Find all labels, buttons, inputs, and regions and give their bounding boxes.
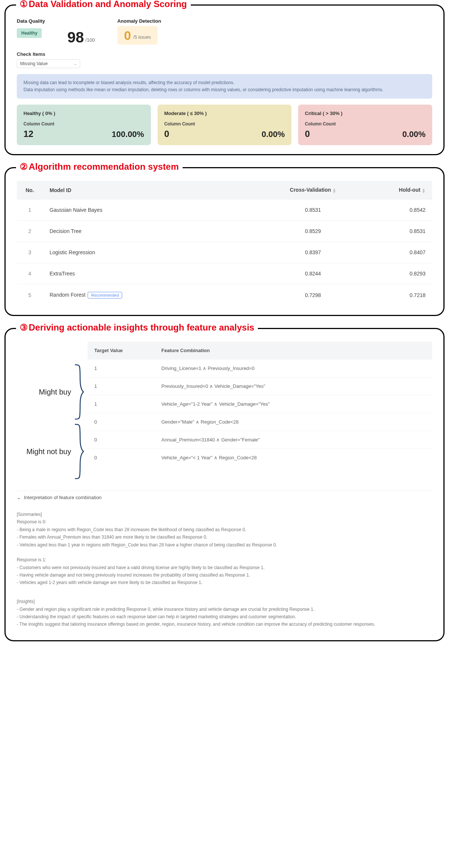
- bracket-icon: [73, 424, 84, 479]
- label-might-not-buy: Might not buy: [26, 447, 71, 456]
- table-row[interactable]: 2Decision Tree0.85290.8531: [17, 220, 432, 242]
- check-items-label: Check Items: [17, 51, 432, 57]
- r0-line: - Vehicles aged less than 1 year in regi…: [17, 541, 432, 549]
- table-row[interactable]: 3Logistic Regression0.83970.8407: [17, 242, 432, 263]
- interpretation-body: [Summaries] Response is 0: - Being a mal…: [17, 504, 432, 631]
- cell-cv: 0.8531: [268, 199, 358, 220]
- table-row[interactable]: 1Driving_License=1 ∧ Previously_Insured=…: [88, 359, 432, 377]
- insight-line: - The insights suggest that tailoring in…: [17, 620, 432, 628]
- r0-line: - Females with Annual_Premium less than …: [17, 533, 432, 541]
- r1-line: - Having vehicle damage and not being pr…: [17, 571, 432, 579]
- card-moderate-sub: Column Count: [164, 121, 285, 127]
- table-row[interactable]: 5Random ForestRecommended0.72980.7218: [17, 284, 432, 306]
- col-target-value[interactable]: Target Value: [88, 342, 155, 360]
- cell-model: Gaussian Naive Bayes: [43, 199, 268, 220]
- cell-cv: 0.8529: [268, 220, 358, 242]
- table-row[interactable]: 1Vehicle_Age="1-2 Year" ∧ Vehicle_Damage…: [88, 395, 432, 413]
- panel-data-validation: ① Data Validation and Anomaly Scoring Da…: [4, 4, 445, 155]
- cell-model: Logistic Regression: [43, 242, 268, 263]
- data-quality-block: Data Quality Healthy: [17, 18, 45, 45]
- cell-cv: 0.7298: [268, 284, 358, 306]
- card-critical-sub: Column Count: [305, 121, 426, 127]
- banner-line2: Data imputation using methods like mean …: [23, 86, 426, 93]
- panel1-num-icon: ①: [20, 0, 28, 9]
- cell-target: 1: [88, 377, 155, 395]
- cell-cv: 0.8244: [268, 263, 358, 284]
- table-row[interactable]: 1Previously_Insured=0 ∧ Vehicle_Damage="…: [88, 377, 432, 395]
- card-critical: Critical ( > 30% ) Column Count 0 0.00%: [298, 105, 432, 145]
- insights-header: [Insights]: [17, 598, 432, 605]
- feature-table: Target Value Feature Combination 1Drivin…: [88, 342, 432, 466]
- col-feature-combo[interactable]: Feature Combination: [155, 342, 432, 360]
- card-moderate: Moderate ( ≤ 30% ) Column Count 0 0.00%: [158, 105, 292, 145]
- col-model[interactable]: Model ID: [43, 181, 268, 199]
- bracket-icon: [73, 364, 84, 420]
- cell-target: 1: [88, 359, 155, 377]
- col-holdout[interactable]: Hold-out▲▼: [358, 181, 432, 199]
- cell-model: ExtraTrees: [43, 263, 268, 284]
- panel-algorithm-rec: ② Algorithm recommendation system No. Mo…: [4, 167, 445, 316]
- cell-holdout: 0.8542: [358, 199, 432, 220]
- cell-feature: Previously_Insured=0 ∧ Vehicle_Damage="Y…: [155, 377, 432, 395]
- cell-target: 0: [88, 431, 155, 449]
- insight-line: - Understanding the impact of specific f…: [17, 613, 432, 620]
- chevron-down-icon: ⌄: [17, 495, 21, 500]
- card-healthy-count: 12: [23, 129, 34, 139]
- panel2-title: ② Algorithm recommendation system: [16, 162, 183, 172]
- check-items-select[interactable]: Missing Value ⌄: [17, 59, 80, 68]
- cell-no: 2: [17, 220, 43, 242]
- card-critical-count: 0: [305, 129, 310, 139]
- panel3-num-icon: ③: [20, 322, 28, 333]
- accordion-label: Interpretation of feature combination: [24, 495, 102, 500]
- panel2-num-icon: ②: [20, 162, 28, 172]
- r0-line: - Being a male in regions with Region_Co…: [17, 526, 432, 533]
- summaries-header: [Summaries]: [17, 511, 432, 518]
- cell-holdout: 0.7218: [358, 284, 432, 306]
- healthy-badge: Healthy: [17, 28, 42, 38]
- cell-holdout: 0.8407: [358, 242, 432, 263]
- label-might-buy: Might buy: [39, 388, 71, 396]
- col-no[interactable]: No.: [17, 181, 43, 199]
- r0-header: Response is 0:: [17, 518, 432, 526]
- table-row[interactable]: 0Vehicle_Age="< 1 Year" ∧ Region_Code<28: [88, 449, 432, 466]
- r1-line: - Vehicles aged 1-2 years with vehicle d…: [17, 579, 432, 586]
- card-moderate-pct: 0.00%: [262, 130, 285, 139]
- score-max: /100: [85, 37, 95, 45]
- r1-header: Response is 1:: [17, 556, 432, 564]
- panel-insights: ③ Deriving actionable insights through f…: [4, 328, 445, 641]
- cell-cv: 0.8397: [268, 242, 358, 263]
- card-moderate-count: 0: [164, 129, 169, 139]
- bracket-labels: Might buy Might not buy: [17, 342, 84, 483]
- cell-holdout: 0.8531: [358, 220, 432, 242]
- panel1-title: ① Data Validation and Anomaly Scoring: [16, 0, 191, 9]
- cell-no: 3: [17, 242, 43, 263]
- info-banner: Missing data can lead to incomplete or b…: [17, 74, 432, 99]
- table-row[interactable]: 0Gender="Male" ∧ Region_Code<28: [88, 413, 432, 431]
- model-table: No. Model ID Cross-Validation▲▼ Hold-out…: [17, 181, 432, 306]
- col-cv[interactable]: Cross-Validation▲▼: [268, 181, 358, 199]
- interpretation-accordion[interactable]: ⌄ Interpretation of feature combination: [17, 491, 432, 504]
- card-healthy-pct: 100.00%: [112, 130, 144, 139]
- insight-line: - Gender and region play a significant r…: [17, 606, 432, 613]
- cell-feature: Annual_Premium<31840 ∧ Gender="Female": [155, 431, 432, 449]
- card-critical-pct: 0.00%: [402, 130, 426, 139]
- card-healthy-title: Healthy ( 0% ): [23, 111, 144, 116]
- table-row[interactable]: 0Annual_Premium<31840 ∧ Gender="Female": [88, 431, 432, 449]
- anomaly-block: Anomaly Detection 0 /5 issues: [117, 18, 161, 45]
- table-row[interactable]: 4ExtraTrees0.82440.8293: [17, 263, 432, 284]
- cell-feature: Vehicle_Age="1-2 Year" ∧ Vehicle_Damage=…: [155, 395, 432, 413]
- select-value: Missing Value: [20, 61, 48, 66]
- table-row[interactable]: 1Gaussian Naive Bayes0.85310.8542: [17, 199, 432, 220]
- anomaly-label: Anomaly Detection: [117, 18, 161, 24]
- panel3-title: ③ Deriving actionable insights through f…: [16, 322, 258, 333]
- data-quality-label: Data Quality: [17, 18, 45, 24]
- card-healthy: Healthy ( 0% ) Column Count 12 100.00%: [17, 105, 151, 145]
- cell-feature: Driving_License=1 ∧ Previously_Insured=0: [155, 359, 432, 377]
- anomaly-sub: /5 issues: [133, 35, 151, 42]
- chevron-down-icon: ⌄: [74, 62, 77, 66]
- banner-line1: Missing data can lead to incomplete or b…: [23, 79, 426, 86]
- anomaly-count: 0: [124, 29, 131, 42]
- panel2-title-text: Algorithm recommendation system: [29, 162, 179, 172]
- sort-icon: ▲▼: [422, 188, 426, 193]
- panel3-title-text: Deriving actionable insights through fea…: [29, 322, 254, 333]
